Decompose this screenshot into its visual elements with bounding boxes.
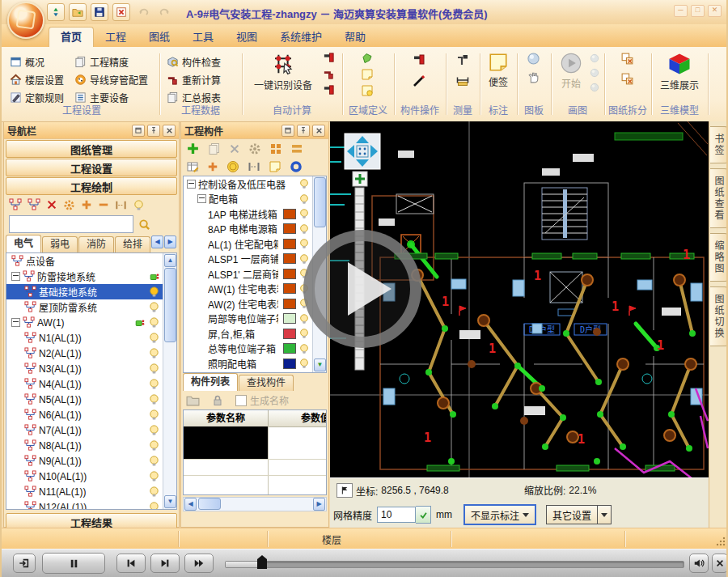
visibility-bulb-icon[interactable] (148, 424, 160, 436)
other-settings-dropdown[interactable] (598, 505, 612, 524)
settings-gear-icon[interactable] (63, 199, 75, 211)
tree-row[interactable]: 基础接地系统 (6, 284, 176, 299)
scroll-up-icon[interactable]: ▲ (164, 254, 176, 267)
menu-tab[interactable]: 系统维护 (269, 28, 333, 47)
player-close-button[interactable] (712, 554, 728, 573)
tree-row[interactable]: N1(AL(1)) (6, 330, 176, 346)
component-settings-gear-icon[interactable] (248, 142, 261, 155)
open-folder-icon[interactable] (186, 393, 200, 407)
region-shape-icon[interactable] (361, 52, 374, 65)
grid-precision-value[interactable]: 10 (377, 507, 416, 523)
drawing-management-button[interactable]: 图纸管理 (6, 140, 177, 158)
menu-tab[interactable]: 工程 (94, 28, 138, 47)
draw-option-icon[interactable] (590, 83, 599, 92)
scroll-down-icon[interactable]: ▼ (314, 359, 326, 371)
visibility-bulb-icon[interactable] (298, 358, 310, 369)
visibility-bulb-icon[interactable] (148, 486, 160, 498)
sheet-split-icon[interactable] (620, 52, 634, 66)
tree-row[interactable]: N3(AL(1)) (6, 361, 176, 376)
tree-row[interactable]: N10(AL(1)) (6, 469, 176, 484)
coordinate-flag-icon[interactable] (336, 483, 353, 498)
sheet-merge-icon[interactable] (620, 72, 634, 86)
grid-precision-combo[interactable]: 10 (377, 506, 431, 524)
tree-row[interactable]: 防雷接地系统 (6, 269, 176, 284)
scroll-thumb[interactable] (198, 498, 221, 510)
visibility-bulb-icon[interactable] (298, 208, 310, 219)
table-header-param-name[interactable]: 参数名称 (184, 410, 269, 426)
tab-scroll-right-icon[interactable]: ▶ (164, 235, 176, 248)
expander-icon[interactable] (11, 272, 20, 281)
discipline-tab[interactable]: 消防 (78, 236, 114, 252)
pause-button[interactable] (42, 553, 105, 574)
visibility-bulb-icon[interactable] (148, 439, 160, 452)
maximize-button[interactable]: □ (691, 5, 705, 17)
region-note-bulb-icon[interactable] (361, 84, 374, 97)
visibility-bulb-icon[interactable] (148, 501, 160, 510)
delete-component-icon[interactable] (229, 143, 240, 155)
expander-icon[interactable] (187, 180, 196, 189)
next-button[interactable] (150, 554, 180, 573)
draw-option-icon[interactable] (590, 53, 599, 63)
overview-button[interactable]: 概况 (10, 53, 44, 70)
visibility-bulb-icon[interactable] (148, 347, 160, 359)
component-row[interactable]: ALSP1 一层商铺 (184, 252, 326, 267)
redo-button[interactable] (156, 3, 174, 21)
visibility-bulb-icon[interactable] (298, 253, 310, 265)
device-copy-icon[interactable] (323, 68, 335, 80)
add-parameter-icon[interactable] (207, 161, 218, 172)
visibility-bulb-icon[interactable] (148, 316, 160, 329)
component-row[interactable]: AL(1) 住宅配电箱 (184, 236, 326, 252)
remove-icon[interactable] (98, 199, 109, 210)
scroll-thumb[interactable] (164, 268, 176, 342)
marker-icon[interactable] (413, 53, 425, 66)
start-draw-button[interactable]: 开始 (555, 52, 587, 90)
side-tab[interactable]: 书签 (710, 126, 728, 163)
lock-icon[interactable] (211, 394, 224, 407)
visibility-bulb-icon[interactable] (148, 363, 160, 375)
resize-grip[interactable] (716, 537, 726, 546)
mirror-icon[interactable] (248, 160, 260, 173)
coin-icon[interactable] (226, 160, 239, 173)
ring-icon[interactable] (290, 160, 303, 173)
visibility-bulb-icon[interactable] (148, 301, 160, 313)
visibility-bulb-icon[interactable] (298, 223, 310, 235)
tree-row[interactable]: N12(AL(1)) (6, 499, 176, 510)
tree-row[interactable]: N11(AL(1)) (6, 484, 176, 499)
table-header-param-value[interactable]: 参数值 (269, 410, 326, 426)
add-component-icon[interactable] (186, 142, 200, 155)
menu-tab[interactable]: 首页 (49, 27, 94, 47)
side-tab[interactable]: 缩略图 (710, 233, 728, 282)
visibility-bulb-icon[interactable] (148, 378, 160, 390)
generate-name-checkbox[interactable] (235, 395, 247, 406)
tab-scroll-left-icon[interactable]: ◀ (151, 235, 163, 248)
tree-row[interactable]: N9(AL(1)) (6, 453, 176, 469)
menu-tab[interactable]: 帮助 (333, 28, 377, 47)
identify-equipment-button[interactable]: 一键识别设备 (249, 52, 317, 91)
note-icon[interactable] (269, 160, 281, 173)
import-export-button[interactable] (47, 3, 65, 21)
tree-row[interactable]: 点设备 (6, 253, 176, 269)
exit-button[interactable] (13, 554, 36, 573)
visibility-bulb-icon[interactable] (298, 238, 310, 249)
hand-icon[interactable] (527, 70, 540, 84)
component-row[interactable]: 1AP 电梯进线箱 (184, 206, 326, 222)
visibility-bulb-icon[interactable] (133, 199, 145, 211)
sticky-note-button[interactable]: 便签 (482, 52, 514, 88)
scroll-thumb[interactable] (314, 177, 326, 227)
previous-button[interactable] (116, 554, 146, 573)
visibility-bulb-icon[interactable] (148, 332, 160, 344)
delete-icon[interactable] (46, 199, 57, 210)
panel-close-button[interactable] (312, 125, 325, 137)
scroll-right-icon[interactable]: ▶ (313, 498, 325, 511)
visibility-bulb-icon[interactable] (148, 470, 160, 482)
components-tab[interactable]: 构件列表 (183, 373, 238, 391)
menu-tab[interactable]: 视图 (225, 28, 269, 47)
draw-line-icon[interactable] (413, 74, 425, 87)
grid-view-icon[interactable] (269, 142, 282, 155)
floor-settings-button[interactable]: 楼层设置 (10, 71, 64, 87)
tree-row[interactable]: N6(AL(1)) (6, 407, 176, 422)
volume-button[interactable] (689, 554, 709, 573)
tree-row[interactable]: N7(AL(1)) (6, 422, 176, 438)
side-tab[interactable]: 图纸切换 (710, 286, 728, 346)
tree-row[interactable]: 屋顶防雷系统 (6, 299, 176, 315)
